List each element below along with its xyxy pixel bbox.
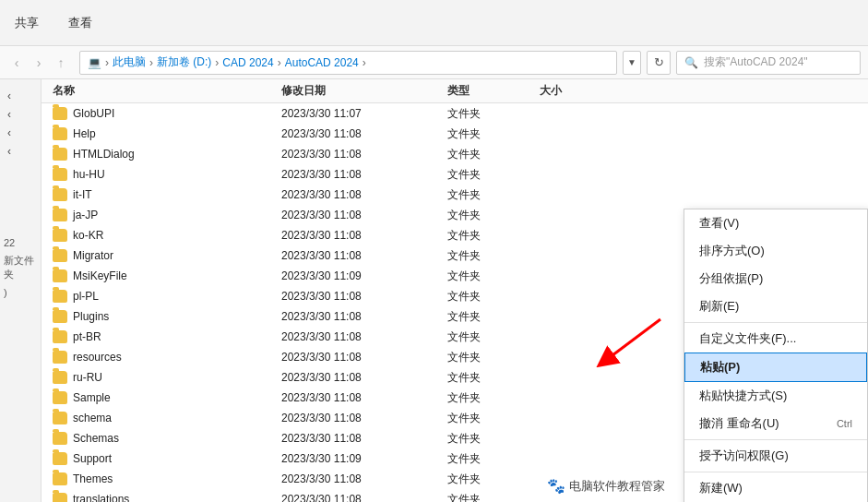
address-bar: ‹ › ↑ 💻 › 此电脑 › 新加卷 (D:) › CAD 2024 › Au… (0, 46, 868, 79)
context-menu-item-5[interactable]: 粘贴(P) (684, 353, 867, 382)
col-header-size[interactable]: 大小 (540, 83, 613, 99)
file-name: Themes (73, 472, 113, 485)
file-date: 2023/3/30 11:08 (281, 168, 447, 181)
file-name: GlobUPI (73, 107, 114, 120)
folder-icon (53, 107, 67, 120)
folder-icon (53, 330, 67, 343)
table-row[interactable]: GlobUPI2023/3/30 11:07文件夹 (42, 103, 868, 124)
context-menu: 查看(V)排序方式(O)分组依据(P)刷新(E)自定义文件夹(F)...粘贴(P… (684, 209, 868, 502)
file-type: 文件夹 (447, 370, 540, 386)
sidebar-nav-item-3[interactable]: ‹ (0, 124, 41, 142)
sidebar-nav-item-4[interactable]: ‹ (0, 142, 41, 161)
file-date: 2023/3/30 11:08 (281, 209, 447, 221)
context-menu-label: 授予访问权限(G) (699, 448, 789, 464)
file-list-container: 名称 修改日期 类型 大小 GlobUPI2023/3/30 11:07文件夹H… (42, 79, 868, 502)
nav-forward-button[interactable]: › (30, 54, 48, 72)
file-type: 文件夹 (447, 411, 540, 426)
col-header-date[interactable]: 修改日期 (281, 83, 447, 99)
file-type: 文件夹 (447, 472, 540, 487)
file-date: 2023/3/30 11:08 (281, 310, 447, 323)
context-menu-divider (684, 472, 867, 472)
share-button[interactable]: 共享 (7, 11, 46, 35)
context-menu-label: 查看(V) (699, 215, 739, 232)
file-date: 2023/3/30 11:08 (281, 290, 447, 303)
address-dropdown-button[interactable]: ▼ (623, 51, 641, 75)
file-name: resources (73, 351, 122, 364)
breadcrumb-pc[interactable]: 此电脑 (113, 54, 146, 70)
breadcrumb-autocad[interactable]: AutoCAD 2024 (285, 56, 359, 69)
table-row[interactable]: HTMLDialog2023/3/30 11:08文件夹 (42, 144, 868, 164)
file-type: 文件夹 (447, 451, 540, 467)
context-menu-label: 撤消 重命名(U) (699, 415, 779, 432)
context-menu-item-2[interactable]: 分组依据(P) (684, 265, 867, 293)
file-type: 文件夹 (447, 208, 540, 223)
file-type: 文件夹 (447, 167, 540, 183)
context-menu-label: 刷新(E) (699, 298, 739, 315)
address-path[interactable]: 💻 › 此电脑 › 新加卷 (D:) › CAD 2024 › AutoCAD … (79, 51, 617, 75)
breadcrumb-drive[interactable]: 新加卷 (D:) (157, 54, 211, 70)
file-type: 文件夹 (447, 350, 540, 365)
file-date: 2023/3/30 11:08 (281, 432, 447, 445)
file-date: 2023/3/30 11:08 (281, 330, 447, 343)
col-header-type[interactable]: 类型 (447, 83, 540, 99)
context-menu-label: 粘贴快捷方式(S) (699, 388, 787, 404)
watermark-text: 电脑软件教程管家 (569, 478, 665, 495)
file-name: ru-RU (73, 371, 102, 384)
folder-icon (53, 229, 67, 242)
file-date: 2023/3/30 11:08 (281, 148, 447, 161)
file-type: 文件夹 (447, 126, 540, 142)
watermark: 🐾 电脑软件教程管家 (547, 477, 665, 495)
folder-icon (53, 290, 67, 303)
folder-icon (53, 148, 67, 161)
context-menu-divider (684, 439, 867, 440)
context-menu-item-8[interactable]: 授予访问权限(G) (684, 442, 867, 470)
col-header-name[interactable]: 名称 (42, 83, 281, 99)
breadcrumb-cad2024[interactable]: CAD 2024 (222, 56, 273, 69)
context-menu-item-6[interactable]: 粘贴快捷方式(S) (684, 382, 867, 410)
context-menu-item-9[interactable]: 新建(W) (684, 474, 867, 502)
folder-icon (53, 412, 67, 424)
file-date: 2023/3/30 11:09 (281, 269, 447, 282)
breadcrumb-this-pc: 💻 (88, 56, 101, 69)
sidebar-nav-item-2[interactable]: ‹ (0, 105, 41, 124)
context-menu-item-3[interactable]: 刷新(E) (684, 293, 867, 320)
file-type: 文件夹 (447, 248, 540, 264)
refresh-button[interactable]: ↻ (647, 51, 671, 75)
context-menu-label: 分组依据(P) (699, 270, 763, 287)
file-date: 2023/3/30 11:08 (281, 188, 447, 201)
context-menu-shortcut: Ctrl (837, 418, 852, 429)
table-row[interactable]: Help2023/3/30 11:08文件夹 (42, 124, 868, 144)
context-menu-item-1[interactable]: 排序方式(O) (684, 237, 867, 265)
folder-icon (53, 310, 67, 323)
search-icon: 🔍 (684, 56, 698, 69)
context-menu-divider (684, 322, 867, 323)
file-date: 2023/3/30 11:08 (281, 493, 447, 502)
context-menu-item-7[interactable]: 撤消 重命名(U)Ctrl (684, 410, 867, 437)
folder-icon (53, 472, 67, 485)
nav-back-button[interactable]: ‹ (7, 54, 26, 72)
label-new-folder: 新文件夹 (0, 251, 41, 284)
file-name: ko-KR (73, 229, 103, 242)
context-menu-label: 新建(W) (699, 480, 743, 496)
file-type: 文件夹 (447, 269, 540, 284)
label-22: 22 (0, 234, 41, 251)
table-row[interactable]: it-IT2023/3/30 11:08文件夹 (42, 185, 868, 205)
view-button[interactable]: 查看 (61, 11, 100, 35)
sidebar-nav-item-1[interactable]: ‹ (0, 87, 41, 105)
file-date: 2023/3/30 11:08 (281, 229, 447, 242)
nav-up-button[interactable]: ↑ (52, 54, 70, 72)
file-name: MsiKeyFile (73, 269, 127, 282)
file-name: hu-HU (73, 168, 105, 181)
folder-icon (53, 391, 67, 404)
file-date: 2023/3/30 11:08 (281, 412, 447, 424)
folder-icon (53, 452, 67, 465)
context-menu-item-4[interactable]: 自定义文件夹(F)... (684, 325, 867, 353)
folder-icon (53, 127, 67, 140)
table-row[interactable]: hu-HU2023/3/30 11:08文件夹 (42, 164, 868, 185)
file-name: Migrator (73, 249, 113, 262)
context-menu-item-0[interactable]: 查看(V) (684, 209, 867, 237)
search-box[interactable]: 🔍 搜索"AutoCAD 2024" (676, 51, 861, 75)
file-name: pt-BR (73, 330, 101, 343)
context-menu-label: 粘贴(P) (700, 359, 740, 376)
file-type: 文件夹 (447, 390, 540, 406)
